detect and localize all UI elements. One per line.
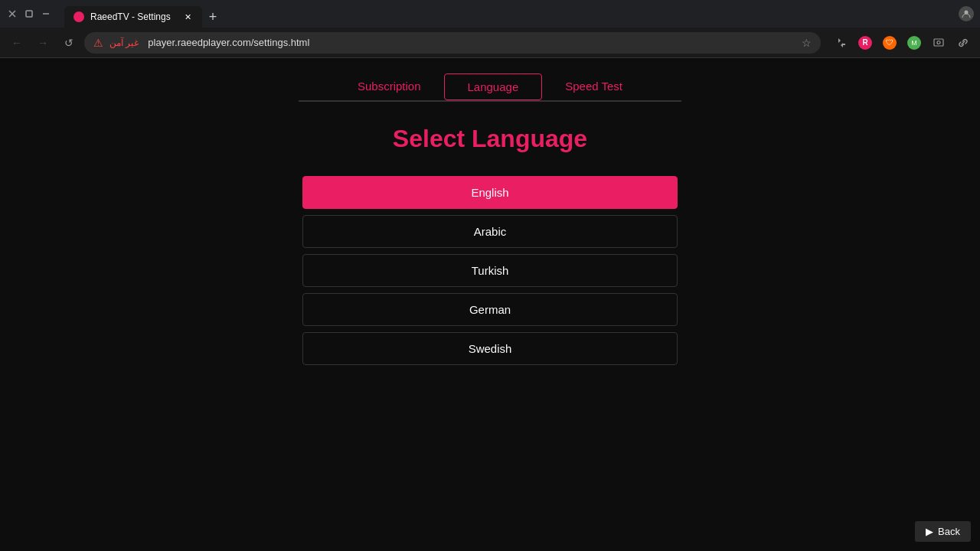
screenshot-extension-icon[interactable] xyxy=(928,32,949,54)
lang-btn-english[interactable]: English xyxy=(302,176,678,209)
tab-favicon xyxy=(74,11,84,22)
browser-titlebar: RaeedTV - Settings ✕ + xyxy=(0,0,980,28)
new-tab-button[interactable]: + xyxy=(202,6,224,28)
page-title: Select Language xyxy=(393,125,587,153)
tab-title: RaeedTV - Settings xyxy=(90,11,171,22)
lang-btn-arabic[interactable]: Arabic xyxy=(302,215,678,248)
link-extension-icon[interactable] xyxy=(952,32,974,54)
minimize-button[interactable] xyxy=(40,8,52,20)
svg-rect-2 xyxy=(26,11,32,17)
address-bar[interactable]: ⚠ غير آمن player.raeedplayer.com/setting… xyxy=(84,32,821,54)
settings-tabs: Subscription Language Speed Test xyxy=(299,73,681,102)
bookmark-icon[interactable]: ☆ xyxy=(802,37,812,49)
reload-button[interactable]: ↺ xyxy=(58,32,80,54)
back-label: Back xyxy=(938,526,960,537)
back-icon: ▶ xyxy=(926,526,933,537)
tab-subscription[interactable]: Subscription xyxy=(335,73,444,100)
svg-point-6 xyxy=(937,41,940,44)
close-button[interactable] xyxy=(6,8,18,20)
browser-tab-active[interactable]: RaeedTV - Settings ✕ xyxy=(64,6,202,28)
toolbar-icons: R 🛡 M xyxy=(830,32,974,54)
back-nav-button[interactable]: ← xyxy=(6,32,28,54)
raeed-extension-icon[interactable]: R xyxy=(854,32,876,54)
url-text: player.raeedplayer.com/settings.html xyxy=(148,37,795,48)
lang-btn-turkish[interactable]: Turkish xyxy=(302,254,678,287)
language-list: English Arabic Turkish German Swedish xyxy=(302,176,678,365)
tabs-bar: RaeedTV - Settings ✕ + xyxy=(64,0,949,28)
profile-avatar[interactable] xyxy=(959,6,974,21)
maximize-button[interactable] xyxy=(23,8,35,20)
back-button[interactable]: ▶ Back xyxy=(915,521,971,542)
window-controls xyxy=(6,8,52,20)
svg-rect-5 xyxy=(934,39,943,46)
site-info-icon: ⚠ xyxy=(93,37,103,49)
extensions-button[interactable] xyxy=(830,32,851,54)
avast-extension-icon[interactable]: 🛡 xyxy=(879,32,900,54)
malwarebytes-extension-icon[interactable]: M xyxy=(903,32,925,54)
tab-language[interactable]: Language xyxy=(444,73,543,100)
page-content: Subscription Language Speed Test Select … xyxy=(0,58,980,551)
rtl-text: غير آمن xyxy=(109,37,139,48)
tab-close-button[interactable]: ✕ xyxy=(182,11,193,22)
lang-btn-swedish[interactable]: Swedish xyxy=(302,332,678,365)
browser-navbar: ← → ↺ ⚠ غير آمن player.raeedplayer.com/s… xyxy=(0,28,980,58)
lang-btn-german[interactable]: German xyxy=(302,293,678,326)
tab-speed-test[interactable]: Speed Test xyxy=(542,73,645,100)
forward-nav-button[interactable]: → xyxy=(32,32,54,54)
